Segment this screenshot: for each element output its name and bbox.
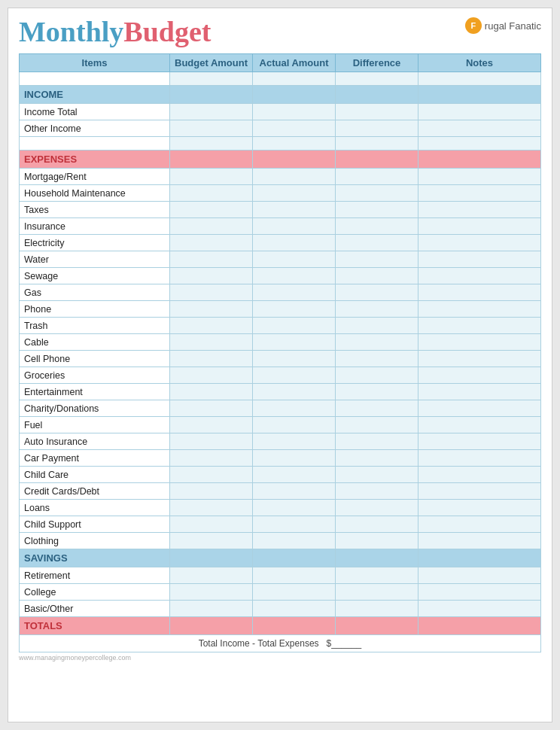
page: MonthlyBudget F rugal Fanatic Items Budg… — [8, 8, 552, 722]
section-header: TOTALS — [20, 617, 541, 635]
item-name: Loans — [20, 500, 170, 516]
item-name: Charity/Donations — [20, 400, 170, 417]
brand: F rugal Fanatic — [465, 17, 541, 34]
table-row: Water — [20, 251, 541, 268]
title-block: MonthlyBudget — [19, 17, 212, 46]
table-row: Car Payment — [20, 450, 541, 467]
table-row: Cell Phone — [20, 351, 541, 367]
footer-formula: Total Income - Total Expenses — [199, 638, 319, 649]
item-name: Water — [20, 251, 170, 268]
footer-dollar: $______ — [327, 638, 362, 649]
brand-icon: F — [465, 17, 482, 34]
brand-name: rugal Fanatic — [485, 20, 541, 32]
item-name: Child Support — [20, 516, 170, 533]
item-name: Household Maintenance — [20, 185, 170, 202]
table-row: Charity/Donations — [20, 400, 541, 417]
table-row: Fuel — [20, 417, 541, 433]
item-name: Income Total — [20, 104, 170, 120]
section-header: EXPENSES — [20, 151, 541, 169]
item-name: Other Income — [20, 120, 170, 137]
col-notes: Notes — [418, 54, 541, 72]
blank-row — [20, 72, 541, 86]
item-name: Fuel — [20, 417, 170, 433]
header: MonthlyBudget F rugal Fanatic — [19, 17, 541, 46]
table-row: Trash — [20, 318, 541, 334]
item-name: Basic/Other — [20, 601, 170, 617]
item-name: College — [20, 584, 170, 601]
item-name: Sewage — [20, 268, 170, 284]
col-budget-amount: Budget Amount — [170, 54, 253, 72]
item-name: Cell Phone — [20, 351, 170, 367]
item-name: Electricity — [20, 235, 170, 251]
budget-table: Items Budget Amount Actual Amount Differ… — [19, 53, 541, 635]
section-label: EXPENSES — [20, 151, 170, 169]
section-label: SAVINGS — [20, 549, 170, 567]
table-row: Gas — [20, 284, 541, 301]
table-row: Clothing — [20, 533, 541, 549]
item-name: Credit Cards/Debt — [20, 483, 170, 500]
item-name: Cable — [20, 334, 170, 351]
item-name: Trash — [20, 318, 170, 334]
table-row: Household Maintenance — [20, 185, 541, 202]
item-name: Entertainment — [20, 384, 170, 400]
item-name: Car Payment — [20, 450, 170, 467]
section-header: SAVINGS — [20, 549, 541, 567]
footer-row: Total Income - Total Expenses $______ — [19, 635, 541, 652]
section-header: INCOME — [20, 86, 541, 104]
watermark: www.managingmoneypercollege.com — [19, 652, 541, 663]
item-name: Groceries — [20, 367, 170, 384]
col-items: Items — [20, 54, 170, 72]
item-name: Mortgage/Rent — [20, 169, 170, 185]
item-name: Taxes — [20, 202, 170, 218]
item-name: Gas — [20, 284, 170, 301]
table-row: Sewage — [20, 268, 541, 284]
table-row: Credit Cards/Debt — [20, 483, 541, 500]
table-row: Child Support — [20, 516, 541, 533]
table-row: Income Total — [20, 104, 541, 120]
item-name: Retirement — [20, 567, 170, 584]
table-row: Retirement — [20, 567, 541, 584]
column-headers: Items Budget Amount Actual Amount Differ… — [20, 54, 541, 72]
table-row: Entertainment — [20, 384, 541, 400]
table-row: Other Income — [20, 120, 541, 137]
item-name: Auto Insurance — [20, 433, 170, 450]
table-row: Basic/Other — [20, 601, 541, 617]
table-row: Cable — [20, 334, 541, 351]
table-row: Mortgage/Rent — [20, 169, 541, 185]
item-name: Clothing — [20, 533, 170, 549]
title-monthly: Monthly — [19, 16, 123, 47]
table-row: Electricity — [20, 235, 541, 251]
table-row: Child Care — [20, 467, 541, 483]
section-label: INCOME — [20, 86, 170, 104]
blank-row — [20, 137, 541, 151]
item-name: Insurance — [20, 218, 170, 235]
col-difference: Difference — [336, 54, 418, 72]
col-actual-amount: Actual Amount — [253, 54, 336, 72]
table-row: College — [20, 584, 541, 601]
table-row: Phone — [20, 301, 541, 318]
title-budget: Budget — [123, 16, 211, 47]
table-row: Groceries — [20, 367, 541, 384]
table-row: Taxes — [20, 202, 541, 218]
item-name: Child Care — [20, 467, 170, 483]
item-name: Phone — [20, 301, 170, 318]
table-row: Insurance — [20, 218, 541, 235]
table-row: Loans — [20, 500, 541, 516]
table-row: Auto Insurance — [20, 433, 541, 450]
section-label: TOTALS — [20, 617, 170, 635]
